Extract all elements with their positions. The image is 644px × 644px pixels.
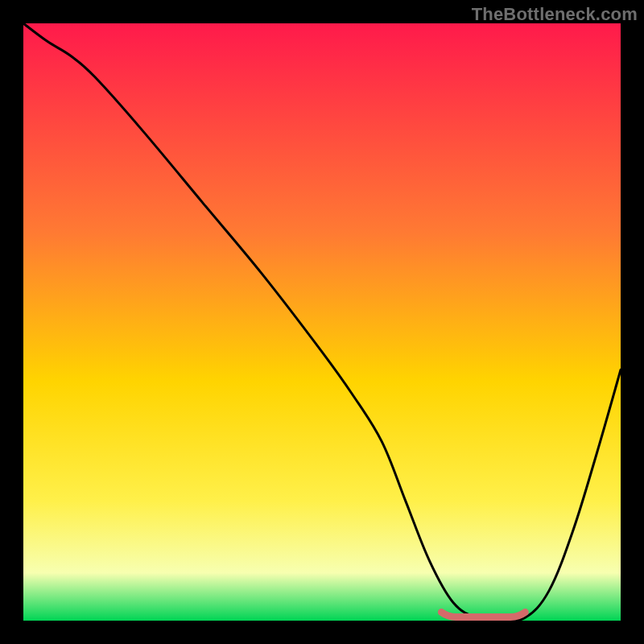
bottleneck-chart <box>23 23 621 621</box>
watermark-text: TheBottleneck.com <box>472 4 638 25</box>
gradient-background <box>23 23 621 621</box>
chart-frame <box>23 23 621 621</box>
